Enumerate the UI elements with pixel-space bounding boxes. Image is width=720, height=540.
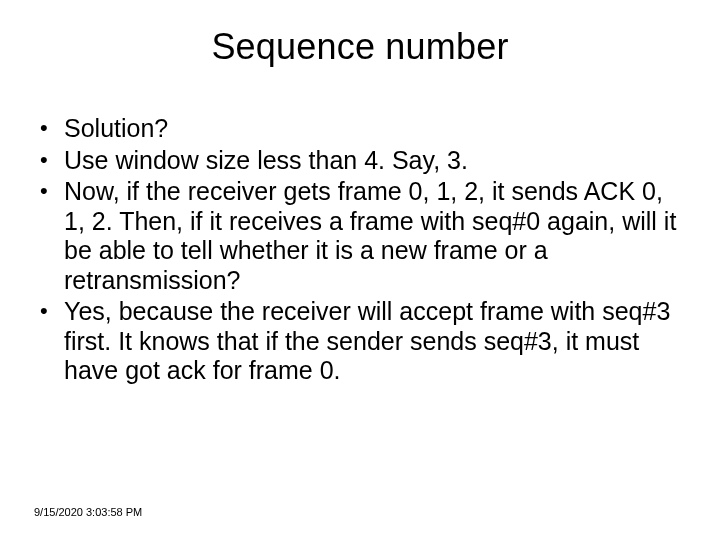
list-item: Yes, because the receiver will accept fr… <box>34 297 686 386</box>
list-item: Use window size less than 4. Say, 3. <box>34 146 686 176</box>
list-item: Now, if the receiver gets frame 0, 1, 2,… <box>34 177 686 295</box>
slide: Sequence number Solution? Use window siz… <box>0 0 720 540</box>
list-item: Solution? <box>34 114 686 144</box>
bullet-list: Solution? Use window size less than 4. S… <box>34 114 686 386</box>
footer-timestamp: 9/15/2020 3:03:58 PM <box>34 506 142 518</box>
slide-title: Sequence number <box>34 26 686 68</box>
